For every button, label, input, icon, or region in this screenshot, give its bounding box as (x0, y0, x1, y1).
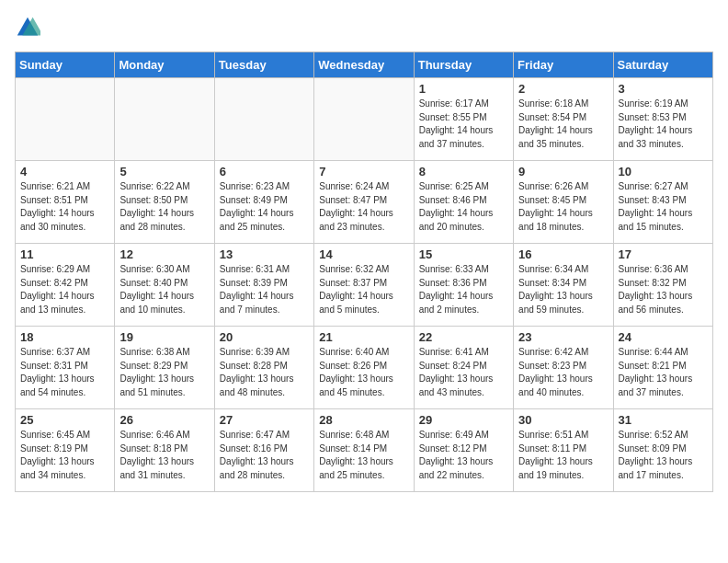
day-number: 31 (619, 413, 708, 427)
calendar-cell: 7Sunrise: 6:24 AM Sunset: 8:47 PM Daylig… (314, 161, 414, 244)
calendar-table: SundayMondayTuesdayWednesdayThursdayFrid… (15, 52, 713, 492)
day-number: 4 (20, 165, 109, 178)
logo (15, 15, 44, 40)
day-info: Sunrise: 6:25 AM Sunset: 8:46 PM Dayligh… (419, 180, 508, 234)
calendar-cell: 20Sunrise: 6:39 AM Sunset: 8:28 PM Dayli… (214, 327, 313, 409)
day-number: 30 (518, 413, 608, 427)
day-number: 17 (619, 247, 708, 261)
day-info: Sunrise: 6:46 AM Sunset: 8:18 PM Dayligh… (119, 429, 209, 482)
column-header-sunday: Sunday (16, 52, 115, 78)
day-number: 12 (119, 247, 209, 261)
day-number: 21 (319, 330, 408, 344)
calendar-cell: 28Sunrise: 6:48 AM Sunset: 8:14 PM Dayli… (314, 409, 414, 492)
column-header-thursday: Thursday (414, 52, 513, 78)
page-header (15, 15, 713, 40)
day-number: 5 (119, 165, 209, 178)
calendar-cell: 24Sunrise: 6:44 AM Sunset: 8:21 PM Dayli… (613, 327, 712, 409)
day-info: Sunrise: 6:31 AM Sunset: 8:39 PM Dayligh… (220, 263, 309, 316)
day-number: 18 (20, 330, 109, 344)
calendar-cell: 30Sunrise: 6:51 AM Sunset: 8:11 PM Dayli… (514, 409, 613, 492)
day-number: 3 (619, 82, 708, 96)
day-info: Sunrise: 6:30 AM Sunset: 8:40 PM Dayligh… (119, 263, 209, 316)
calendar-cell: 27Sunrise: 6:47 AM Sunset: 8:16 PM Dayli… (214, 409, 313, 492)
day-info: Sunrise: 6:52 AM Sunset: 8:09 PM Dayligh… (619, 429, 708, 482)
column-header-friday: Friday (514, 52, 613, 78)
day-number: 2 (518, 82, 608, 96)
day-number: 22 (419, 330, 508, 344)
day-number: 7 (319, 165, 408, 178)
week-row-4: 18Sunrise: 6:37 AM Sunset: 8:31 PM Dayli… (16, 327, 713, 409)
day-number: 26 (119, 413, 209, 427)
day-info: Sunrise: 6:51 AM Sunset: 8:11 PM Dayligh… (518, 429, 608, 482)
calendar-cell: 1Sunrise: 6:17 AM Sunset: 8:55 PM Daylig… (414, 78, 513, 161)
calendar-cell: 10Sunrise: 6:27 AM Sunset: 8:43 PM Dayli… (613, 161, 712, 244)
calendar-cell: 25Sunrise: 6:45 AM Sunset: 8:19 PM Dayli… (16, 409, 115, 492)
week-row-3: 11Sunrise: 6:29 AM Sunset: 8:42 PM Dayli… (16, 244, 713, 327)
day-info: Sunrise: 6:48 AM Sunset: 8:14 PM Dayligh… (319, 429, 408, 482)
day-info: Sunrise: 6:47 AM Sunset: 8:16 PM Dayligh… (220, 429, 309, 482)
day-info: Sunrise: 6:19 AM Sunset: 8:53 PM Dayligh… (619, 98, 708, 151)
column-header-saturday: Saturday (613, 52, 712, 78)
day-info: Sunrise: 6:17 AM Sunset: 8:55 PM Dayligh… (419, 98, 508, 151)
day-number: 6 (220, 165, 309, 178)
day-number: 28 (319, 413, 408, 427)
calendar-cell: 19Sunrise: 6:38 AM Sunset: 8:29 PM Dayli… (115, 327, 214, 409)
day-info: Sunrise: 6:32 AM Sunset: 8:37 PM Dayligh… (319, 263, 408, 316)
day-number: 9 (518, 165, 608, 178)
day-info: Sunrise: 6:40 AM Sunset: 8:26 PM Dayligh… (319, 346, 408, 399)
day-info: Sunrise: 6:42 AM Sunset: 8:23 PM Dayligh… (518, 346, 608, 399)
day-info: Sunrise: 6:34 AM Sunset: 8:34 PM Dayligh… (518, 263, 608, 316)
day-info: Sunrise: 6:38 AM Sunset: 8:29 PM Dayligh… (119, 346, 209, 399)
day-info: Sunrise: 6:36 AM Sunset: 8:32 PM Dayligh… (619, 263, 708, 316)
calendar-cell: 15Sunrise: 6:33 AM Sunset: 8:36 PM Dayli… (414, 244, 513, 327)
day-number: 10 (619, 165, 708, 178)
calendar-cell (16, 78, 115, 161)
day-info: Sunrise: 6:41 AM Sunset: 8:24 PM Dayligh… (419, 346, 508, 399)
calendar-cell: 23Sunrise: 6:42 AM Sunset: 8:23 PM Dayli… (514, 327, 613, 409)
day-number: 8 (419, 165, 508, 178)
day-number: 11 (20, 247, 109, 261)
calendar-cell: 18Sunrise: 6:37 AM Sunset: 8:31 PM Dayli… (16, 327, 115, 409)
day-number: 15 (419, 247, 508, 261)
day-info: Sunrise: 6:26 AM Sunset: 8:45 PM Dayligh… (518, 180, 608, 234)
day-info: Sunrise: 6:37 AM Sunset: 8:31 PM Dayligh… (20, 346, 109, 399)
day-info: Sunrise: 6:29 AM Sunset: 8:42 PM Dayligh… (20, 263, 109, 316)
calendar-cell (314, 78, 414, 161)
calendar-cell: 3Sunrise: 6:19 AM Sunset: 8:53 PM Daylig… (613, 78, 712, 161)
day-number: 29 (419, 413, 508, 427)
calendar-cell: 5Sunrise: 6:22 AM Sunset: 8:50 PM Daylig… (115, 161, 214, 244)
calendar-cell: 22Sunrise: 6:41 AM Sunset: 8:24 PM Dayli… (414, 327, 513, 409)
calendar-cell: 11Sunrise: 6:29 AM Sunset: 8:42 PM Dayli… (16, 244, 115, 327)
calendar-cell: 29Sunrise: 6:49 AM Sunset: 8:12 PM Dayli… (414, 409, 513, 492)
day-number: 16 (518, 247, 608, 261)
logo-icon (15, 15, 40, 40)
calendar-cell (115, 78, 214, 161)
day-info: Sunrise: 6:49 AM Sunset: 8:12 PM Dayligh… (419, 429, 508, 482)
week-row-1: 1Sunrise: 6:17 AM Sunset: 8:55 PM Daylig… (16, 78, 713, 161)
week-row-5: 25Sunrise: 6:45 AM Sunset: 8:19 PM Dayli… (16, 409, 713, 492)
day-info: Sunrise: 6:33 AM Sunset: 8:36 PM Dayligh… (419, 263, 508, 316)
day-number: 27 (220, 413, 309, 427)
day-info: Sunrise: 6:21 AM Sunset: 8:51 PM Dayligh… (20, 180, 109, 234)
column-header-tuesday: Tuesday (214, 52, 313, 78)
calendar-cell: 26Sunrise: 6:46 AM Sunset: 8:18 PM Dayli… (115, 409, 214, 492)
day-number: 1 (419, 82, 508, 96)
calendar-cell: 21Sunrise: 6:40 AM Sunset: 8:26 PM Dayli… (314, 327, 414, 409)
calendar-cell: 17Sunrise: 6:36 AM Sunset: 8:32 PM Dayli… (613, 244, 712, 327)
day-number: 24 (619, 330, 708, 344)
day-number: 20 (220, 330, 309, 344)
calendar-cell: 6Sunrise: 6:23 AM Sunset: 8:49 PM Daylig… (214, 161, 313, 244)
calendar-cell: 2Sunrise: 6:18 AM Sunset: 8:54 PM Daylig… (514, 78, 613, 161)
column-header-monday: Monday (115, 52, 214, 78)
day-info: Sunrise: 6:23 AM Sunset: 8:49 PM Dayligh… (220, 180, 309, 234)
day-number: 14 (319, 247, 408, 261)
day-info: Sunrise: 6:18 AM Sunset: 8:54 PM Dayligh… (518, 98, 608, 151)
calendar-cell: 16Sunrise: 6:34 AM Sunset: 8:34 PM Dayli… (514, 244, 613, 327)
calendar-cell: 4Sunrise: 6:21 AM Sunset: 8:51 PM Daylig… (16, 161, 115, 244)
week-row-2: 4Sunrise: 6:21 AM Sunset: 8:51 PM Daylig… (16, 161, 713, 244)
calendar-cell: 9Sunrise: 6:26 AM Sunset: 8:45 PM Daylig… (514, 161, 613, 244)
day-info: Sunrise: 6:39 AM Sunset: 8:28 PM Dayligh… (220, 346, 309, 399)
day-info: Sunrise: 6:24 AM Sunset: 8:47 PM Dayligh… (319, 180, 408, 234)
day-info: Sunrise: 6:27 AM Sunset: 8:43 PM Dayligh… (619, 180, 708, 234)
calendar-cell: 14Sunrise: 6:32 AM Sunset: 8:37 PM Dayli… (314, 244, 414, 327)
